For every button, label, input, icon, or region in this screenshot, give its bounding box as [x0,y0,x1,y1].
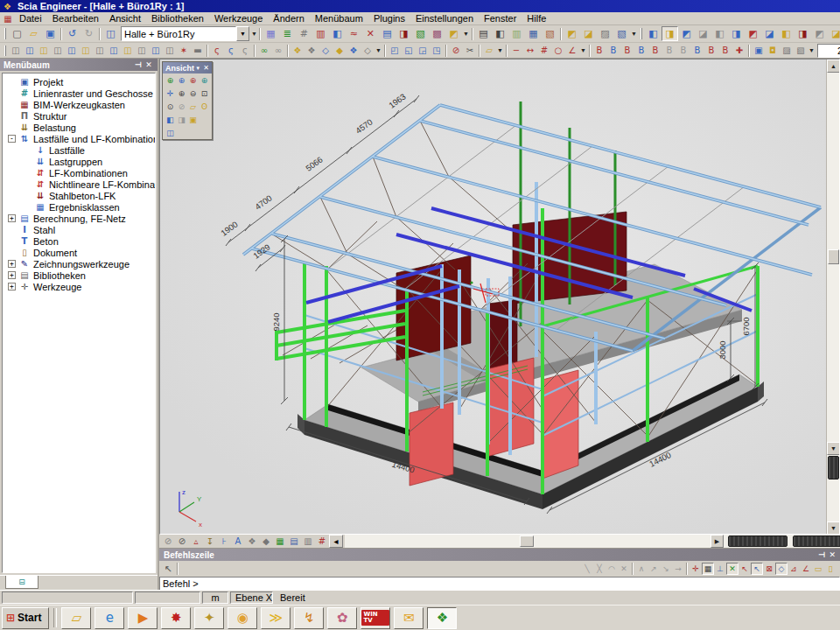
bild-export-icon[interactable]: ▧ [542,26,558,41]
linie-zeichnen-icon[interactable]: − [509,44,523,57]
toolbar-grip[interactable] [4,46,6,56]
fenster-4-icon[interactable]: ◳ [430,44,444,57]
auswahl-6-icon[interactable]: ◫ [79,44,93,57]
ordner-icon[interactable]: ▱ [482,44,496,57]
sichtbarkeit-aus-icon[interactable]: ∞ [271,44,285,57]
auswahl-5-icon[interactable]: ◫ [65,44,79,57]
chrome-taskbar-button[interactable]: ◉ [228,607,257,629]
beschriftung-icon[interactable]: A [231,535,245,548]
auswahl-1-icon[interactable]: ◫ [9,44,23,57]
zoom-plus-icon[interactable]: ⊕ [176,88,187,99]
balken-5-icon[interactable]: B [648,44,662,57]
menu-datei[interactable]: Datei [14,12,47,24]
ansicht-palette-title-bar[interactable]: Ansicht ▼ ✕ [163,62,212,74]
scroll-left-icon[interactable]: ◂ [329,535,343,548]
lot-fang-icon[interactable]: ⊿ [788,563,800,575]
tree-nichtlineare-lfk[interactable]: ⇵Nichtlineare LF-Kombinationen [4,178,155,190]
view-slider-block[interactable] [828,456,839,480]
menu-bearbeiten[interactable]: Bearbeiten [47,12,104,24]
aktivitaet-1-icon[interactable]: ❖ [290,44,304,57]
auswahl-3-icon[interactable]: ◫ [37,44,51,57]
close-icon[interactable]: ✕ [203,64,209,72]
mdi-child-icon[interactable]: ▦ [2,14,14,24]
viewport-vertical-scrollbar[interactable]: ▲ ▼ ▼ [826,60,839,534]
tree-zeichnungswerkzeuge[interactable]: +✎Zeichnungswerkzeuge [4,258,155,270]
beleuchtung-icon[interactable]: ʘ [199,101,210,112]
system-werkzeuge-taskbar-button[interactable]: ✦ [194,607,224,629]
drehen-frei-icon[interactable]: ⊕ [199,74,210,86]
model-3d-view[interactable]: 1963 4570 5066 4700 1900 1929 9240 3000 … [160,60,823,535]
fang-pfeil-1-icon[interactable]: ↗ [648,563,660,575]
combo-dropdown-icon[interactable]: ▼ [236,26,249,41]
tree-bibliotheken[interactable]: +▤Bibliotheken [4,270,155,281]
scroll-up-icon[interactable]: ▲ [827,60,840,73]
toolbar-overflow-icon[interactable]: ▼ [251,27,257,40]
project-window-icon[interactable]: ◫ [102,26,119,41]
sichtbarkeit-ein-icon[interactable]: ∞ [257,44,271,57]
drehen-z-icon[interactable]: ⊕ [187,74,199,86]
fang-bogen-icon[interactable]: ◠ [606,563,618,575]
ansicht-speichern-icon[interactable]: ▣ [752,44,766,57]
axonometrie-icon[interactable]: ◫ [164,127,176,138]
rendern-1-icon[interactable]: ▨ [780,44,794,57]
fenster-3-icon[interactable]: ◲ [416,44,430,57]
expand-icon[interactable]: + [8,214,16,222]
close-icon[interactable]: ✕ [144,60,154,69]
lot-anzeigen-icon[interactable]: ▵ [189,535,203,548]
mittelpunkt-fang-icon[interactable]: ✕ [726,563,738,575]
ansichtspunkt-7-icon[interactable]: ◩ [745,26,761,41]
drucken-icon[interactable]: ▤ [475,26,492,41]
title-bar[interactable]: ❖ Scia Engineer - [Halle + Büro1Ry : 1] [0,0,840,12]
auflager-anzeigen-icon[interactable]: ⊦ [217,535,231,548]
kreis-icon[interactable]: ○ [551,44,565,57]
tree-dokument[interactable]: ▯Dokument [4,247,155,258]
auswahl-12-icon[interactable]: ◫ [163,44,177,57]
papierraum-icon[interactable]: ▦ [525,26,542,41]
ergebnisse-icon[interactable]: ≈ [346,26,362,41]
dropdown-arrow-icon[interactable]: ▼ [374,44,382,57]
tree-projekt[interactable]: ▣Projekt [4,76,155,88]
scroll-down-icon[interactable]: ▼ [827,442,840,455]
redo-icon[interactable]: ↻ [80,26,97,41]
menu-tree-title-bar[interactable]: Menübaum ⊣ ✕ [0,59,158,71]
dropdown-arrow-icon[interactable]: ▼ [579,44,587,57]
ansichtspunkt-9-icon[interactable]: ◧ [778,26,794,41]
lastfaelle-icon[interactable]: ≣ [279,26,296,41]
fang-loeschen-icon[interactable]: ✕ [618,563,630,575]
zwischenablage-icon[interactable]: ◩ [564,26,580,41]
undo-icon[interactable]: ↺ [64,26,80,41]
balken-6-icon[interactable]: B [662,44,676,57]
zoom-alles-icon[interactable]: ⊙ [164,101,176,112]
balken-8-icon[interactable]: B [690,44,704,57]
commander-taskbar-button[interactable]: ≫ [261,607,290,629]
schnitt-2-icon[interactable]: ⊘ [175,535,189,548]
lasso-abwahl-icon[interactable]: ς [224,44,238,57]
collapse-icon[interactable]: - [8,135,16,143]
balken-7-icon[interactable]: B [676,44,690,57]
tree-beton[interactable]: TBeton [4,235,155,247]
galerie-icon[interactable]: ▩ [429,26,445,41]
dropdown-arrow-icon[interactable]: ▼ [462,27,470,40]
druckvorschau-icon[interactable]: ◧ [492,26,508,41]
aktivitaet-5-icon[interactable]: ❖ [346,44,360,57]
stahl-nachweis-icon[interactable]: ▤ [379,26,396,41]
status-plane[interactable]: Ebene XY [230,592,273,604]
raster-icon[interactable]: # [537,44,551,57]
auswahl-2-icon[interactable]: ◫ [23,44,37,57]
tree-stahl[interactable]: IStahl [4,224,155,235]
command-panel-title-bar[interactable]: Befehlszeile ⊣ ✕ [159,549,840,561]
render-modus-icon[interactable]: ❖ [245,535,259,548]
schnittpunkt-fang-icon[interactable]: ⊠ [763,563,775,575]
kombinationen-icon[interactable]: ◧ [329,26,346,41]
verschieben-ansicht-icon[interactable]: ✛ [164,88,176,99]
menu-ansicht[interactable]: Ansicht [104,12,146,24]
ansichtspunkt-6-icon[interactable]: ◨ [728,26,745,41]
expand-icon[interactable]: + [8,283,16,290]
winamp-taskbar-button[interactable]: ↯ [294,607,324,629]
dokument-icon[interactable]: ▧ [412,26,429,41]
knoten-fang-icon[interactable]: ↖ [751,563,763,575]
tree-ergebnisklassen[interactable]: ▦Ergebnisklassen [4,201,155,213]
fang-spitze-icon[interactable]: ∧ [635,563,648,575]
menu--ndern[interactable]: Ändern [268,12,309,24]
auswahl-4-icon[interactable]: ◫ [51,44,65,57]
